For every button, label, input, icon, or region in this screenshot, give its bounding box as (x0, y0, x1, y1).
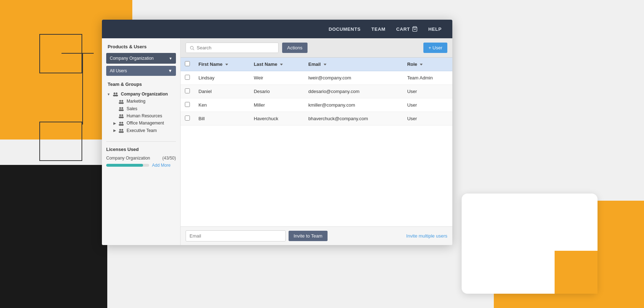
row-checkbox[interactable] (185, 102, 190, 107)
table-row: Lindsay Weir lweir@company.com Team Admi… (181, 71, 452, 85)
select-all-checkbox[interactable] (185, 61, 190, 66)
row-first-name: Daniel (194, 85, 250, 98)
svg-line-26 (193, 49, 194, 50)
marketing-label: Marketing (127, 99, 146, 104)
svg-point-5 (119, 100, 121, 102)
license-name: Company Organization (106, 156, 150, 161)
invite-to-team-button[interactable]: Invite to Team (289, 231, 328, 241)
add-user-button[interactable]: + User (423, 43, 447, 53)
svg-point-25 (190, 46, 193, 49)
all-users-arrow: ▼ (168, 68, 172, 73)
diagram-line-v (82, 53, 83, 124)
row-checkbox-cell (181, 112, 194, 126)
team-groups-title: Team & Groups (106, 82, 176, 87)
cart-icon (412, 26, 418, 32)
row-role: User (403, 98, 452, 112)
company-org-tree-label: Company Organization (121, 92, 168, 97)
add-more-link[interactable]: Add More (152, 163, 171, 168)
th-last-name-label: Last Name (254, 62, 277, 67)
tree-toggle-company: ▾ (108, 92, 111, 96)
search-icon (190, 45, 195, 50)
th-email: Email (304, 58, 403, 71)
svg-point-17 (119, 122, 121, 123)
row-first-name: Lindsay (194, 71, 250, 85)
table-row: Daniel Desario ddesario@company.com User (181, 85, 452, 98)
nav-cart[interactable]: CART (396, 26, 418, 32)
row-role: Team Admin (403, 71, 452, 85)
th-email-label: Email (308, 62, 321, 67)
row-checkbox[interactable] (185, 88, 190, 93)
row-last-name: Weir (250, 71, 304, 85)
cart-label: CART (396, 26, 410, 32)
email-input[interactable] (186, 230, 286, 241)
app-window: DOCUMENTS TEAM CART HELP Products & User… (102, 20, 452, 245)
tree-item-hr[interactable]: Human Resources (112, 112, 176, 119)
table-row: Bill Haverchuck bhaverchuck@company.com … (181, 112, 452, 126)
row-first-name: Bill (194, 112, 250, 126)
svg-point-2 (116, 93, 118, 94)
office-label: Office Management (127, 121, 164, 126)
bg-orange-small (555, 251, 598, 294)
all-users-dropdown[interactable]: All Users ▼ (106, 66, 176, 76)
team-icon-hr (118, 113, 125, 118)
nav-team[interactable]: TEAM (372, 26, 385, 32)
svg-point-18 (122, 122, 123, 123)
tree-item-exec[interactable]: ▶ Executive Team (112, 127, 176, 134)
row-first-name: Ken (194, 98, 250, 112)
tree-item-office[interactable]: ▶ Office Management (112, 119, 176, 127)
row-email: lweir@company.com (304, 71, 403, 85)
users-table: First Name Last Name Email (181, 58, 452, 126)
sort-arrow-email (324, 64, 326, 65)
nav-help[interactable]: HELP (428, 26, 442, 32)
diagram-line-h (62, 53, 94, 54)
svg-point-13 (119, 114, 121, 116)
diagram-box-top (39, 34, 82, 73)
tree-toggle-exec: ▶ (113, 128, 117, 132)
toolbar: Actions + User (181, 38, 452, 58)
tree-item-company-org[interactable]: ▾ Company Organization (106, 91, 176, 98)
th-first-name: First Name (194, 58, 250, 71)
row-email: ddesario@company.com (304, 85, 403, 98)
invite-multiple-link[interactable]: Invite multiple users (406, 233, 447, 239)
license-count: (43/50) (162, 156, 176, 161)
exec-label: Executive Team (127, 128, 157, 133)
table-container: First Name Last Name Email (181, 58, 452, 226)
sidebar: Products & Users Company Organization ▼ … (102, 38, 181, 245)
team-icon-exec (118, 128, 125, 133)
team-icon-office (118, 121, 125, 126)
team-icon-company (113, 92, 119, 97)
content-area: Products & Users Company Organization ▼ … (102, 38, 452, 245)
company-org-dropdown[interactable]: Company Organization ▼ (106, 53, 176, 64)
all-users-label: All Users (110, 68, 127, 73)
th-checkbox (181, 58, 194, 71)
sort-arrow-role (420, 64, 423, 65)
svg-point-10 (122, 107, 123, 109)
tree-toggle-office: ▶ (113, 121, 117, 125)
team-icon-sales (118, 106, 125, 111)
row-checkbox[interactable] (185, 116, 190, 121)
sales-label: Sales (127, 106, 137, 111)
actions-button[interactable]: Actions (282, 43, 308, 53)
license-row: Company Organization (43/50) (106, 156, 176, 161)
svg-point-6 (122, 100, 123, 102)
sort-arrow-last-name (280, 64, 283, 65)
th-role: Role (403, 58, 452, 71)
row-checkbox-cell (181, 85, 194, 98)
tree-children: Marketing Sales (106, 98, 176, 134)
table-row: Ken Miller kmiller@company.com User (181, 98, 452, 112)
tree-item-marketing[interactable]: Marketing (112, 98, 176, 105)
th-first-name-label: First Name (198, 62, 222, 67)
row-role: User (403, 112, 452, 126)
users-tbody: Lindsay Weir lweir@company.com Team Admi… (181, 71, 452, 126)
bg-black-bottom-left (0, 165, 107, 308)
row-checkbox[interactable] (185, 75, 190, 80)
team-icon-marketing (118, 99, 125, 104)
search-input[interactable] (197, 45, 275, 50)
row-last-name: Miller (250, 98, 304, 112)
tree-item-sales[interactable]: Sales (112, 105, 176, 112)
svg-point-8 (121, 102, 124, 104)
th-role-label: Role (407, 62, 417, 67)
nav-documents[interactable]: DOCUMENTS (329, 26, 361, 32)
tree-root: ▾ Company Organization (106, 91, 176, 134)
products-users-title: Products & Users (106, 44, 176, 49)
